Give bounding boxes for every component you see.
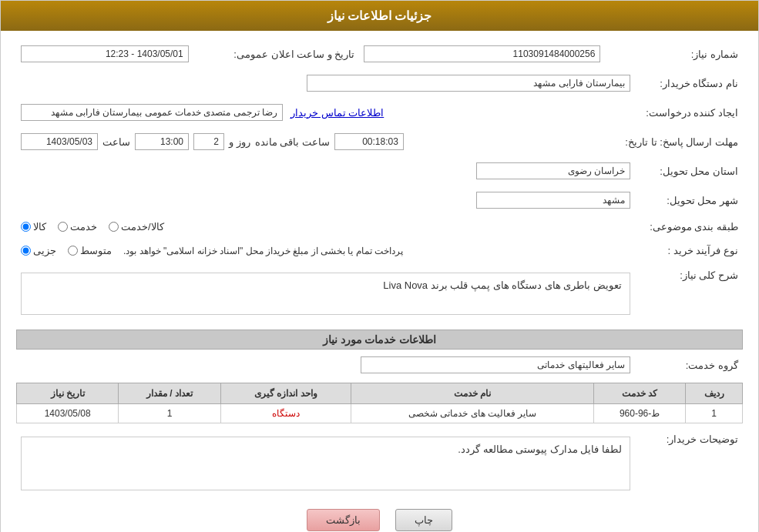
shomareNiaz-label: شماره نیاز: [605, 42, 743, 65]
radio-motevaset-label: متوسط [80, 245, 112, 256]
col-radif: ردیف [686, 383, 743, 404]
gorohe-label: گروه خدمت: [635, 353, 743, 376]
day-input[interactable] [193, 133, 224, 150]
radio-kala-label: کالا [33, 221, 46, 233]
col-nam: نام خدمت [351, 383, 594, 404]
table-cell: 1 [119, 404, 220, 423]
print-button[interactable]: چاپ [395, 509, 452, 531]
date-input[interactable] [21, 133, 98, 150]
services-table: ردیف کد خدمت نام خدمت واحد اندازه گیری ت… [16, 383, 743, 423]
day-label: روز و [229, 136, 250, 148]
page-title: جزئیات اطلاعات نیاز [1, 1, 758, 31]
ijadKonnande-input[interactable] [21, 104, 283, 121]
table-cell: 1403/05/08 [17, 404, 119, 423]
table-cell: سایر فعالیت های خدماتی شخصی [351, 404, 594, 423]
shahr-label: شهر محل تحویل: [635, 189, 743, 212]
radio-kala-khadamat[interactable]: کالا/خدمت [109, 221, 164, 233]
time-input[interactable] [135, 133, 189, 150]
namDastgah-label: نام دستگاه خریدار: [635, 72, 743, 95]
temas-kharidar-link[interactable]: اطلاعات تماس خریدار [291, 107, 384, 119]
sharh-value: تعویض باطری های دستگاه های پمپ قلب برند … [383, 279, 622, 291]
radio-khadamat-label: خدمت [70, 221, 97, 233]
ijadKonnande-label: ایجاد کننده درخواست: [635, 101, 743, 124]
table-cell: دستگاه [220, 404, 351, 423]
ostan-label: استان محل تحویل: [635, 159, 743, 182]
col-vahed: واحد اندازه گیری [220, 383, 351, 404]
tarikh-label: تاریخ و ساعت اعلان عمومی: [193, 42, 360, 65]
col-tarikh: تاریخ نیاز [17, 383, 119, 404]
ostan-input[interactable] [476, 162, 630, 179]
radio-kala[interactable]: کالا [21, 221, 46, 233]
time-label-static: ساعت [102, 136, 130, 148]
table-cell: 1 [686, 404, 743, 423]
radio-jozvi-label: جزیی [33, 245, 56, 256]
khadamat-title: اطلاعات خدمات مورد نیاز [16, 330, 743, 350]
sharh-label: شرح کلی نیاز: [635, 266, 743, 322]
table-row: 1ط-96-960سایر فعالیت های خدماتی شخصیدستگ… [17, 404, 743, 423]
tosihaat-value: لطفا فایل مدارک پیوستی مطالعه گردد. [458, 443, 622, 455]
radio-khadamat[interactable]: خدمت [58, 221, 97, 233]
radio-motevaset[interactable]: متوسط [68, 245, 112, 256]
gorohe-input[interactable] [361, 356, 630, 373]
col-tedad: تعداد / مقدار [119, 383, 220, 404]
shomareNiaz-input[interactable] [364, 45, 600, 62]
shahr-input[interactable] [476, 192, 630, 209]
radio-kala-khadamat-label: کالا/خدمت [121, 221, 164, 233]
col-kod: کد خدمت [593, 383, 685, 404]
button-row: چاپ بازگشت [16, 509, 743, 531]
noe-label: نوع فرآیند خرید : [635, 242, 743, 259]
mohlat-label: مهلت ارسال پاسخ: تا تاریخ: [620, 130, 743, 153]
tarikh-input[interactable] [21, 45, 189, 62]
remaining-input[interactable] [334, 133, 404, 150]
back-button[interactable]: بازگشت [307, 509, 380, 531]
table-cell: ط-96-960 [593, 404, 685, 423]
namDastgah-input[interactable] [307, 75, 630, 92]
purchase-note: پرداخت تمام یا بخشی از مبلغ خریداز محل "… [123, 246, 403, 256]
remaining-label: ساعت باقی مانده [255, 136, 330, 148]
tosihaat-label: توضیحات خریدار: [635, 430, 743, 497]
radio-jozvi[interactable]: جزیی [21, 245, 56, 256]
tabaghe-label: طبقه بندی موضوعی: [635, 218, 743, 236]
